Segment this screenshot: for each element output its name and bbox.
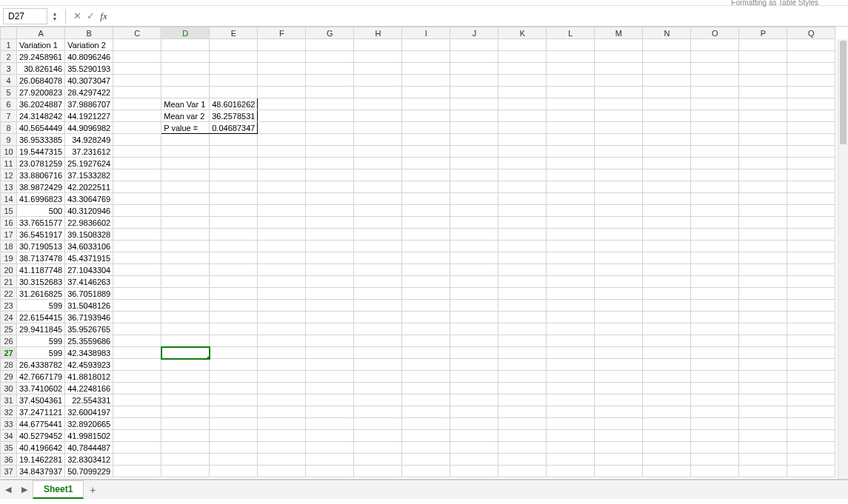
cell-B5[interactable]: 28.4297422 — [65, 87, 113, 98]
cell-L32[interactable] — [547, 406, 595, 418]
cell-J10[interactable] — [450, 146, 498, 158]
cell-A31[interactable]: 37.4504361 — [17, 394, 65, 406]
cell-A14[interactable]: 41.6996823 — [17, 193, 65, 205]
row-header-22[interactable]: 22 — [1, 288, 17, 300]
cell-M23[interactable] — [595, 300, 643, 312]
cell-C28[interactable] — [113, 359, 161, 371]
cell-N9[interactable] — [643, 134, 691, 146]
cell-D23[interactable] — [161, 300, 210, 312]
cell-K36[interactable] — [498, 454, 547, 466]
cell-P21[interactable] — [739, 276, 787, 288]
cell-F6[interactable] — [258, 98, 306, 110]
cell-B16[interactable]: 22.9836602 — [65, 217, 113, 229]
cell-D10[interactable] — [161, 146, 210, 158]
cell-B1[interactable]: Variation 2 — [65, 39, 113, 51]
cell-E9[interactable] — [210, 134, 258, 146]
cell-O33[interactable] — [691, 418, 739, 430]
cell-A17[interactable]: 36.5451917 — [17, 229, 65, 241]
cell-B25[interactable]: 35.9526765 — [65, 323, 113, 335]
cell-P32[interactable] — [739, 406, 787, 418]
cell-J4[interactable] — [450, 75, 498, 87]
cell-H26[interactable] — [354, 335, 402, 347]
cell-O19[interactable] — [691, 252, 739, 264]
cell-I19[interactable] — [402, 252, 450, 264]
cell-K18[interactable] — [498, 241, 547, 252]
cell-I7[interactable] — [402, 110, 450, 122]
cell-H4[interactable] — [354, 75, 402, 87]
cell-E31[interactable] — [210, 394, 258, 406]
cell-I5[interactable] — [402, 87, 450, 98]
cell-I34[interactable] — [402, 430, 450, 442]
cell-Q2[interactable] — [787, 51, 835, 63]
cell-G31[interactable] — [306, 394, 354, 406]
cell-E11[interactable] — [210, 158, 258, 169]
cell-N24[interactable] — [643, 312, 691, 323]
cell-E25[interactable] — [210, 323, 258, 335]
row-header-9[interactable]: 9 — [1, 134, 17, 146]
cell-M3[interactable] — [595, 63, 643, 75]
col-header-F[interactable]: F — [258, 27, 306, 39]
cell-L11[interactable] — [547, 158, 595, 169]
cell-I28[interactable] — [402, 359, 450, 371]
cell-L4[interactable] — [547, 75, 595, 87]
cell-Q18[interactable] — [787, 241, 835, 252]
cell-H2[interactable] — [354, 51, 402, 63]
row-header-33[interactable]: 33 — [1, 418, 17, 430]
cell-A32[interactable]: 37.2471121 — [17, 406, 65, 418]
cell-C35[interactable] — [113, 442, 161, 454]
cell-M7[interactable] — [595, 110, 643, 122]
cell-M35[interactable] — [595, 442, 643, 454]
cell-I29[interactable] — [402, 371, 450, 383]
cell-P17[interactable] — [739, 229, 787, 241]
cell-E27[interactable] — [210, 347, 258, 359]
cell-J15[interactable] — [450, 205, 498, 217]
cell-O13[interactable] — [691, 181, 739, 193]
cell-G13[interactable] — [306, 181, 354, 193]
cell-D4[interactable] — [161, 75, 210, 87]
cell-M1[interactable] — [595, 39, 643, 51]
row-header-25[interactable]: 25 — [1, 323, 17, 335]
cell-M2[interactable] — [595, 51, 643, 63]
cell-E34[interactable] — [210, 430, 258, 442]
cell-A3[interactable]: 30.826146 — [17, 63, 65, 75]
cell-C15[interactable] — [113, 205, 161, 217]
cell-B9[interactable]: 34.928249 — [65, 134, 113, 146]
cell-I9[interactable] — [402, 134, 450, 146]
cell-M8[interactable] — [595, 122, 643, 134]
cell-Q21[interactable] — [787, 276, 835, 288]
row-header-2[interactable]: 2 — [1, 51, 17, 63]
cell-N31[interactable] — [643, 394, 691, 406]
cell-E28[interactable] — [210, 359, 258, 371]
cell-P25[interactable] — [739, 323, 787, 335]
cell-F4[interactable] — [258, 75, 306, 87]
cell-N30[interactable] — [643, 383, 691, 394]
cell-C23[interactable] — [113, 300, 161, 312]
cell-A35[interactable]: 40.4196642 — [17, 442, 65, 454]
cell-K16[interactable] — [498, 217, 547, 229]
row-header-24[interactable]: 24 — [1, 312, 17, 323]
cell-C5[interactable] — [113, 87, 161, 98]
cell-G11[interactable] — [306, 158, 354, 169]
cell-L28[interactable] — [547, 359, 595, 371]
cell-D22[interactable] — [161, 288, 210, 300]
cell-N5[interactable] — [643, 87, 691, 98]
cell-L34[interactable] — [547, 430, 595, 442]
row-header-8[interactable]: 8 — [1, 122, 17, 134]
cell-N20[interactable] — [643, 264, 691, 276]
col-header-D[interactable]: D — [161, 27, 210, 39]
cell-A26[interactable]: 599 — [17, 335, 65, 347]
cell-K31[interactable] — [498, 394, 547, 406]
cell-N11[interactable] — [643, 158, 691, 169]
cell-F32[interactable] — [258, 406, 306, 418]
cell-D12[interactable] — [161, 169, 210, 181]
cell-O12[interactable] — [691, 169, 739, 181]
cell-C30[interactable] — [113, 383, 161, 394]
cell-Q37[interactable] — [787, 466, 835, 477]
cell-D2[interactable] — [161, 51, 210, 63]
cell-C33[interactable] — [113, 418, 161, 430]
cell-E1[interactable] — [210, 39, 258, 51]
cell-H29[interactable] — [354, 371, 402, 383]
cell-F34[interactable] — [258, 430, 306, 442]
cell-D16[interactable] — [161, 217, 210, 229]
cell-C22[interactable] — [113, 288, 161, 300]
